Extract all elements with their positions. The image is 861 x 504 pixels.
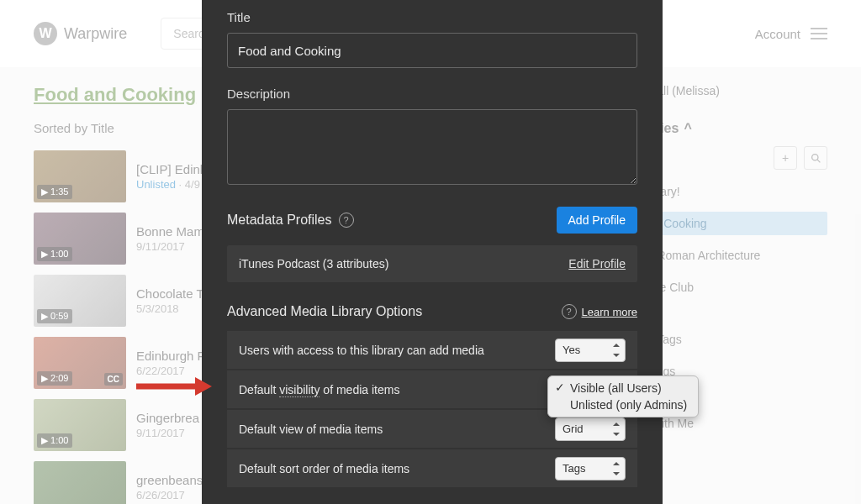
annotation-arrow xyxy=(136,375,212,397)
profile-name: iTunes Podcast (3 attributes) xyxy=(239,257,388,270)
description-label: Description xyxy=(227,87,637,101)
help-icon[interactable]: ? xyxy=(339,213,354,228)
visibility-dropdown: Visible (all Users) Unlisted (only Admin… xyxy=(547,375,699,417)
view-select[interactable]: Grid xyxy=(555,417,626,441)
metadata-heading: Metadata Profiles xyxy=(227,213,332,228)
learn-more-link[interactable]: ? Learn more xyxy=(562,304,637,319)
settings-dialog: Title Description Metadata Profiles ? Ad… xyxy=(202,0,663,504)
sort-select[interactable]: Tags xyxy=(555,457,626,480)
svg-marker-3 xyxy=(195,377,212,396)
option-label: Default view of media items xyxy=(239,423,383,436)
option-row-sort: Default sort order of media items Tags xyxy=(227,449,637,487)
dropdown-option-visible[interactable]: Visible (all Users) xyxy=(548,380,698,396)
option-row-add-media: Users with access to this library can ad… xyxy=(227,331,637,369)
profile-row: iTunes Podcast (3 attributes) Edit Profi… xyxy=(227,245,637,282)
edit-profile-link[interactable]: Edit Profile xyxy=(568,257,626,270)
add-profile-button[interactable]: Add Profile xyxy=(557,207,637,234)
learn-more-text: Learn more xyxy=(582,306,637,318)
option-label: Default sort order of media items xyxy=(239,462,409,475)
advanced-heading: Advanced Media Library Options xyxy=(227,304,422,319)
title-label: Title xyxy=(227,10,637,24)
dropdown-option-unlisted[interactable]: Unlisted (only Admins) xyxy=(548,396,698,413)
add-media-select[interactable]: Yes xyxy=(555,339,626,362)
option-label: Users with access to this library can ad… xyxy=(239,344,484,357)
help-icon: ? xyxy=(562,304,577,319)
title-input[interactable] xyxy=(227,33,637,68)
option-label: Default visibility of media items xyxy=(239,383,399,396)
description-input[interactable] xyxy=(227,109,637,185)
